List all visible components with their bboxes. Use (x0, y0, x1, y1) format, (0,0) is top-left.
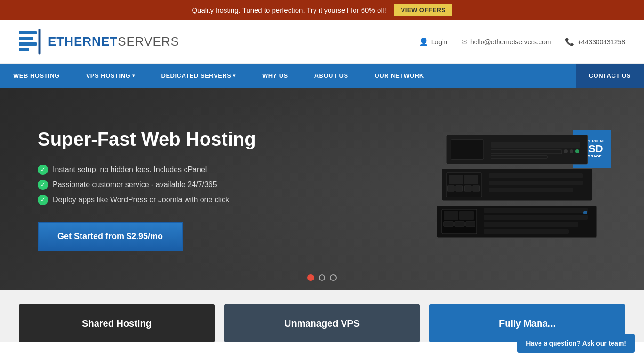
svg-rect-34 (484, 229, 569, 234)
carousel-dots (307, 274, 337, 281)
main-nav: WEB HOSTING VPS HOSTING ▾ DEDICATED SERV… (0, 64, 644, 88)
svg-rect-8 (491, 150, 562, 154)
person-icon: 👤 (419, 37, 428, 46)
card-label-1: Shared Hosting (82, 318, 152, 329)
svg-rect-33 (484, 222, 578, 227)
top-banner: Quality hosting. Tuned to perfection. Tr… (0, 0, 644, 20)
header-contact-area: 👤 Login ✉ hello@ethernetservers.com 📞 +4… (419, 37, 625, 46)
svg-rect-20 (447, 186, 454, 191)
login-label: Login (431, 38, 447, 46)
email-icon: ✉ (461, 37, 467, 46)
svg-rect-15 (449, 175, 463, 184)
svg-rect-22 (464, 186, 471, 191)
header-email: hello@ethernetservers.com (470, 38, 551, 46)
svg-point-11 (570, 149, 573, 153)
carousel-dot-1[interactable] (307, 274, 314, 281)
svg-point-12 (575, 149, 579, 153)
logo-text: ETHERNETSERVERS (48, 34, 179, 49)
svg-rect-30 (466, 222, 475, 226)
login-link[interactable]: 👤 Login (419, 37, 447, 46)
get-started-button[interactable]: Get Started from $2.95/mo (38, 222, 183, 251)
server-svg (437, 135, 597, 239)
email-link[interactable]: ✉ hello@ethernetservers.com (461, 37, 551, 46)
card-label-2: Unmanaged VPS (284, 318, 360, 329)
chat-bubble-text: Have a question? Ask our team! (526, 339, 626, 342)
svg-rect-31 (484, 208, 588, 213)
svg-rect-28 (444, 222, 453, 226)
nav-our-network[interactable]: OUR NETWORK (362, 64, 437, 88)
svg-rect-18 (489, 181, 583, 185)
svg-point-35 (583, 211, 587, 214)
nav-contact-us[interactable]: CONTACT US (576, 64, 644, 88)
check-icon-2: ✓ (38, 180, 48, 190)
logo-icon (19, 29, 42, 55)
view-offers-button[interactable]: VIEW OFFERS (394, 4, 452, 16)
header-phone: +443300431258 (577, 38, 625, 46)
feature-text-2: Passionate customer service - available … (53, 181, 217, 189)
check-icon-3: ✓ (38, 195, 48, 205)
card-unmanaged-vps[interactable]: Unmanaged VPS (224, 304, 420, 342)
card-shared-hosting[interactable]: Shared Hosting (19, 304, 215, 342)
svg-point-10 (564, 149, 568, 153)
carousel-dot-3[interactable] (330, 274, 337, 281)
hero-image-area: 100 PERCENT SSD STORAGE (437, 135, 606, 243)
feature-text-3: Deploy apps like WordPress or Joomla wit… (53, 196, 229, 204)
feature-item-2: ✓ Passionate customer service - availabl… (38, 180, 256, 190)
vps-dropdown-arrow: ▾ (132, 73, 135, 78)
phone-link[interactable]: 📞 +443300431258 (565, 37, 625, 46)
banner-text: Quality hosting. Tuned to perfection. Tr… (192, 6, 386, 14)
svg-rect-17 (489, 173, 583, 178)
svg-rect-9 (491, 156, 547, 158)
svg-rect-1 (19, 37, 33, 40)
logo-regular: SERVERS (118, 34, 179, 49)
svg-rect-0 (19, 31, 37, 34)
svg-rect-16 (464, 175, 478, 184)
nav-about-us[interactable]: ABOUT US (301, 64, 362, 88)
feature-item-1: ✓ Instant setup, no hidden fees. Include… (38, 165, 256, 175)
hero-section: Super-Fast Web Hosting ✓ Instant setup, … (0, 88, 644, 290)
svg-rect-32 (484, 215, 588, 220)
phone-icon: 📞 (565, 37, 574, 46)
card-label-3: Fully Mana... (499, 318, 555, 329)
check-icon-1: ✓ (38, 165, 48, 175)
chat-bubble[interactable]: Have a question? Ask our team! (517, 334, 635, 342)
logo[interactable]: ETHERNETSERVERS (19, 29, 179, 55)
svg-rect-27 (459, 211, 474, 220)
svg-rect-23 (473, 186, 480, 191)
svg-rect-2 (19, 42, 37, 46)
carousel-dot-2[interactable] (319, 274, 325, 281)
svg-rect-21 (456, 186, 463, 191)
logo-bold: ETHERNET (48, 34, 118, 49)
nav-web-hosting[interactable]: WEB HOSTING (0, 64, 73, 88)
nav-dedicated-servers[interactable]: DEDICATED SERVERS ▾ (148, 64, 249, 88)
server-container: 100 PERCENT SSD STORAGE (437, 135, 606, 243)
hero-title: Super-Fast Web Hosting (38, 128, 256, 150)
svg-rect-26 (444, 211, 458, 220)
nav-vps-hosting[interactable]: VPS HOSTING ▾ (73, 64, 148, 88)
svg-rect-7 (491, 142, 580, 148)
dedicated-dropdown-arrow: ▾ (233, 73, 236, 78)
hero-content: Super-Fast Web Hosting ✓ Instant setup, … (38, 128, 256, 251)
feature-item-3: ✓ Deploy apps like WordPress or Joomla w… (38, 195, 256, 205)
svg-rect-19 (489, 188, 573, 192)
svg-rect-6 (451, 140, 484, 159)
nav-why-us[interactable]: WHY US (249, 64, 301, 88)
svg-rect-3 (19, 48, 29, 51)
svg-rect-29 (455, 222, 464, 226)
feature-text-1: Instant setup, no hidden fees. Includes … (53, 165, 207, 174)
header: ETHERNETSERVERS 👤 Login ✉ hello@ethernet… (0, 20, 644, 64)
server-stack (437, 135, 597, 234)
hero-features-list: ✓ Instant setup, no hidden fees. Include… (38, 165, 256, 205)
